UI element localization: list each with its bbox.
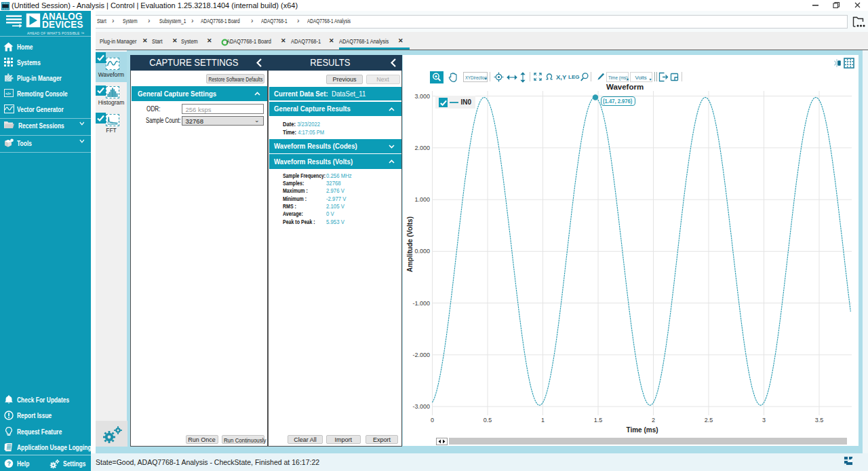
svg-text:?: ? <box>7 460 12 467</box>
svg-text:</>: </> <box>5 92 11 96</box>
svg-text:3: 3 <box>762 417 766 423</box>
svg-text:2.000: 2.000 <box>414 145 430 151</box>
svg-text:1.000: 1.000 <box>414 196 430 203</box>
svg-text:0.000: 0.000 <box>414 248 430 255</box>
svg-text:Time (ms): Time (ms) <box>626 426 658 434</box>
svg-text:1.5: 1.5 <box>594 417 603 423</box>
svg-text:3.000: 3.000 <box>414 93 430 100</box>
svg-text:-1.000: -1.000 <box>412 300 430 307</box>
svg-text:2.5: 2.5 <box>705 417 713 423</box>
svg-text:0.5: 0.5 <box>484 417 492 423</box>
svg-text:Amplitude (Volts): Amplitude (Volts) <box>406 216 414 272</box>
svg-text:-2.000: -2.000 <box>412 352 430 358</box>
svg-text:-3.000: -3.000 <box>412 403 430 410</box>
svg-text:0: 0 <box>431 417 434 423</box>
svg-text:2: 2 <box>652 417 655 423</box>
svg-text:3.5: 3.5 <box>815 417 824 423</box>
svg-text:1: 1 <box>541 417 545 423</box>
